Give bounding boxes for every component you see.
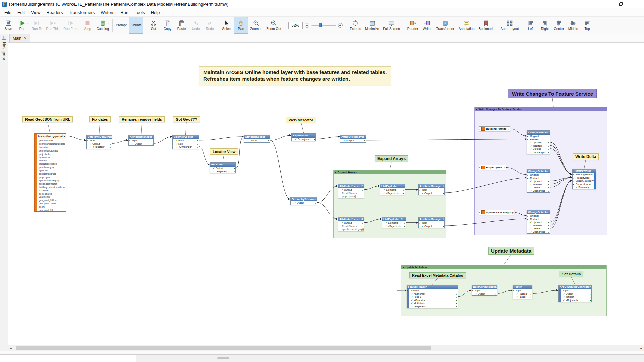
input-port-icon[interactable]: ▸ (573, 179, 574, 183)
zoom-level-value[interactable]: 52% (288, 22, 303, 29)
zoom-slider-thumb[interactable] (319, 23, 322, 27)
port-row[interactable]: ✓Inserted▸ (527, 183, 550, 186)
dropdown-caret-icon[interactable]: ▾ (107, 22, 109, 25)
annotation-read-excel-metadata-catalog[interactable]: Read Excel Metadata Catalog (409, 272, 466, 278)
annotation-update-metadata[interactable]: Update Metadata (488, 247, 534, 255)
node-cd1[interactable]: ChangeDetector▸Original▸Revised✓Updated▸… (527, 130, 550, 154)
port-row[interactable]: ▸Input (513, 289, 532, 292)
port-row[interactable]: ▸Revised (527, 177, 550, 180)
caching-button[interactable]: ▾Caching (95, 17, 111, 34)
annotation-fix-dates[interactable]: Fix dates (89, 116, 111, 122)
prompt-button[interactable]: Prompt (114, 17, 129, 34)
port-row[interactable]: ▸Revised (527, 218, 550, 221)
node-agol[interactable]: ArcGISOnlineConnector▸Input✓Output▸✓Init… (558, 285, 592, 302)
port-row[interactable]: ✓Output▸ (87, 142, 112, 146)
output-port-icon[interactable]: ▸ (548, 180, 549, 183)
workspace-annotation[interactable]: Maintain ArcGIS Online hosted layer with… (199, 66, 391, 85)
port-row[interactable]: ▸Input (87, 139, 112, 142)
tab-main[interactable]: Main× (9, 34, 30, 42)
port-row[interactable]: ▸Connect Input (573, 183, 596, 186)
cut-button[interactable]: Cut (146, 17, 160, 34)
port-row[interactable]: ▸PropertyUse (573, 176, 596, 180)
port-row[interactable]: ✓<Unfiltered>▸ (173, 145, 199, 149)
output-port-icon[interactable]: ▸ (268, 139, 269, 142)
node-geo[interactable]: Geocoder✓Output▸✓<Rejected>▸ (210, 162, 236, 173)
navigator-panel-strip[interactable]: Navigator (0, 34, 8, 351)
stop-button[interactable]: Stop (80, 17, 95, 34)
output-port-icon[interactable]: ▸ (548, 221, 549, 224)
port-row[interactable]: ✓Passed▸ (513, 292, 532, 296)
input-port-icon[interactable]: ▸ (87, 139, 88, 142)
output-port-icon[interactable]: ▸ (513, 211, 514, 214)
node-fw[interactable]: FeatureWriter▸BuildingPermits▸PropertyUs… (572, 169, 596, 189)
port-row[interactable]: ✓Output▸ (338, 221, 364, 225)
menu-writers[interactable]: Writers (98, 9, 117, 16)
port-row[interactable]: ✓Deleted▸ (527, 147, 550, 151)
feature-type-bp[interactable]: ▸BuildingPermits▸ (479, 126, 510, 131)
horizontal-scrollbar[interactable]: ◂ ▸ (8, 345, 644, 351)
input-port-icon[interactable]: ▸ (472, 289, 473, 292)
feature-type-pu[interactable]: ▸PropertyUse▸ (479, 165, 506, 170)
annotation-set-details[interactable]: Set Details (559, 271, 583, 277)
output-port-icon[interactable]: ▸ (362, 221, 363, 225)
input-port-icon[interactable]: ▸ (527, 218, 528, 221)
input-port-icon[interactable]: ▸ (407, 289, 408, 292)
output-port-icon[interactable]: ▸ (531, 292, 532, 296)
node-gr[interactable]: GeometryRemover✓Output▸ (290, 197, 317, 205)
port-row[interactable]: ✓Inserted▸ (527, 144, 550, 148)
output-port-icon[interactable]: ▸ (362, 188, 363, 192)
output-port-icon[interactable]: ▸ (443, 192, 444, 195)
port-row[interactable]: ✓Output▸ (210, 167, 235, 170)
annotation-got-geo[interactable]: Got Geo??? (173, 116, 200, 122)
output-port-icon[interactable]: ▸ (197, 145, 198, 149)
port-row[interactable]: ✓Reprojected▸ (292, 138, 315, 141)
port-row[interactable]: ✓Output▸ (291, 201, 317, 205)
redo-button[interactable]: Redo (203, 17, 217, 34)
output-port-icon[interactable]: ▸ (456, 299, 457, 302)
menu-transformers[interactable]: Transformers (66, 9, 98, 16)
menu-help[interactable]: Help (148, 9, 163, 16)
port-row[interactable]: ▸Original (527, 173, 550, 177)
reader-node-reader[interactable]: issued-bu...g-permits▸permitnumberpermit… (34, 133, 66, 212)
zoom-out-button[interactable]: Zoom Out (264, 17, 283, 34)
menu-tools[interactable]: Tools (131, 9, 148, 16)
output-port-icon[interactable]: ▸ (548, 227, 549, 230)
zoom-minus-button[interactable]: − (305, 23, 309, 28)
port-row[interactable]: ✓Elements▸ (380, 188, 405, 192)
node-fr[interactable]: FeatureReader▸Initiator✓<Schema>▸✓Feed 1… (407, 285, 458, 308)
left-button[interactable]: Left (524, 17, 538, 34)
output-port-icon[interactable]: ▸ (314, 138, 315, 141)
scroll-left-arrow[interactable]: ◂ (8, 345, 14, 351)
node-rp[interactable]: Reprojector✓Reprojected▸ (291, 133, 316, 141)
output-port-icon[interactable]: ▸ (234, 170, 235, 173)
node-ak2[interactable]: AttributeKeeper_2✓Output▸PermitNumberpro… (338, 184, 364, 198)
input-port-icon[interactable]: ▸ (527, 173, 528, 177)
port-row[interactable]: ▸Original (527, 214, 550, 218)
input-port-icon[interactable]: ▸ (479, 166, 480, 169)
output-port-icon[interactable]: ▸ (496, 292, 497, 296)
annotation-read-geojson-from-url[interactable]: Read GeoJSON from URL (22, 116, 73, 122)
input-port-icon[interactable]: ▸ (419, 221, 420, 225)
input-port-icon[interactable]: ▸ (527, 135, 528, 138)
input-port-icon[interactable]: ▸ (479, 128, 480, 130)
run-from-button[interactable]: Run From (61, 17, 80, 34)
scrollbar-thumb[interactable] (16, 346, 431, 350)
node-ar[interactable]: AttributeRemover✓Output▸ (340, 135, 366, 143)
reader-button[interactable]: Reader (405, 17, 420, 34)
port-row[interactable]: ▸Input (419, 221, 444, 225)
pan-button[interactable]: Pan (234, 17, 248, 34)
scroll-right-arrow[interactable]: ▸ (638, 345, 644, 351)
node-bar[interactable]: BulkAttributeRenamer▸Input✓Output▸ (472, 285, 497, 296)
node-cd2[interactable]: ChangeDetector_2▸Original▸Revised✓Update… (527, 169, 550, 193)
port-row[interactable]: ✓Point▸ (173, 139, 199, 142)
port-row[interactable]: ✓<Rejected>▸ (210, 170, 235, 173)
input-port-icon[interactable]: ▸ (573, 173, 574, 176)
port-row[interactable]: ✓Initiator▸ (559, 295, 591, 299)
port-row[interactable]: ▸Revised (527, 138, 550, 141)
input-port-icon[interactable]: ▸ (573, 176, 574, 180)
port-row[interactable]: ✓Deleted▸ (527, 186, 550, 189)
input-port-icon[interactable]: ▸ (419, 188, 420, 192)
port-row[interactable]: ✓Output▸ (340, 139, 366, 142)
input-port-icon[interactable]: ▸ (573, 183, 574, 186)
full-screen-button[interactable]: Full Screen (381, 17, 402, 34)
